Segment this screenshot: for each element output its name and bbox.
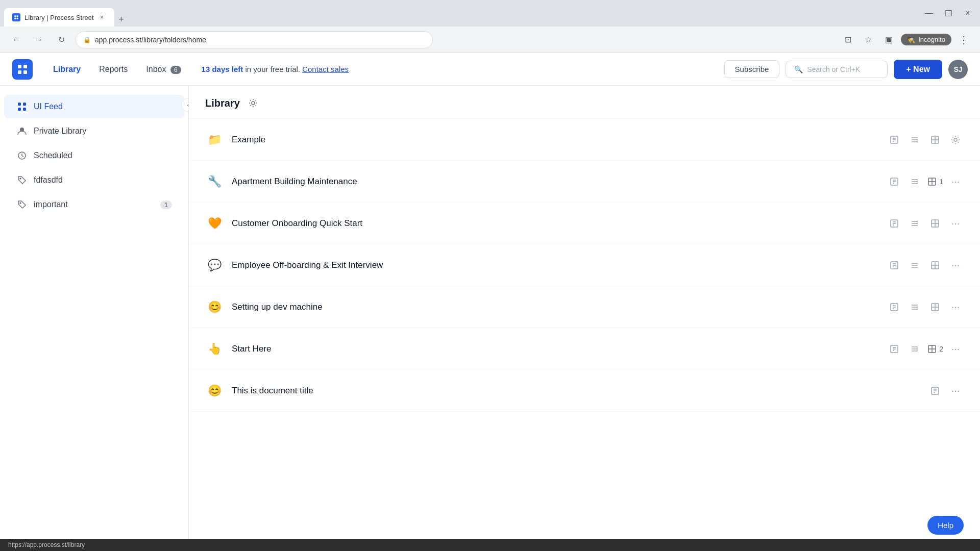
sidebar-item-count: 1 bbox=[160, 201, 172, 209]
search-bar[interactable]: 🔍 Search or Ctrl+K bbox=[786, 61, 888, 78]
list-item[interactable]: 📁 Example bbox=[189, 119, 980, 161]
table-view-icon[interactable] bbox=[927, 132, 943, 148]
content-title: Library bbox=[205, 97, 240, 109]
item-icon-smile: 😊 bbox=[205, 298, 224, 316]
sidebar-item-ui-feed[interactable]: UI Feed bbox=[4, 95, 184, 118]
forward-button[interactable]: → bbox=[31, 32, 47, 48]
item-name: Example bbox=[232, 135, 886, 145]
item-actions: ··· bbox=[927, 383, 964, 399]
checklist-icon[interactable] bbox=[886, 132, 902, 148]
more-options-button[interactable]: ··· bbox=[947, 173, 964, 190]
window-minimize-button[interactable]: — bbox=[921, 5, 937, 21]
list-view-icon[interactable] bbox=[906, 132, 923, 148]
browser-menu-button[interactable]: ⋮ bbox=[955, 32, 972, 48]
content-area: Library 📁 Example bbox=[189, 86, 980, 551]
list-view-icon[interactable] bbox=[906, 257, 923, 273]
help-button[interactable]: Help bbox=[927, 516, 964, 535]
refresh-button[interactable]: ↻ bbox=[53, 32, 69, 48]
item-icon-smile2: 😊 bbox=[205, 382, 224, 400]
list-item[interactable]: 💬 Employee Off-boarding & Exit Interview… bbox=[189, 244, 980, 286]
checklist-icon[interactable] bbox=[886, 173, 902, 190]
checklist-icon[interactable] bbox=[927, 383, 943, 399]
list-view-icon[interactable] bbox=[906, 173, 923, 190]
tag-icon bbox=[16, 199, 28, 210]
item-actions bbox=[886, 132, 964, 148]
address-bar[interactable]: 🔒 app.process.st/library/folders/home bbox=[76, 31, 433, 48]
tag-icon bbox=[16, 174, 28, 186]
more-options-button[interactable]: ··· bbox=[947, 383, 964, 399]
settings-icon[interactable] bbox=[947, 132, 964, 148]
svg-point-16 bbox=[252, 102, 255, 105]
active-tab[interactable]: Library | Process Street × bbox=[4, 8, 114, 27]
checklist-icon[interactable] bbox=[886, 257, 902, 273]
more-options-button[interactable]: ··· bbox=[947, 215, 964, 232]
list-item[interactable]: 😊 Setting up dev machine ··· bbox=[189, 286, 980, 328]
contact-sales-link[interactable]: Contact sales bbox=[302, 65, 349, 73]
svg-rect-2 bbox=[14, 18, 16, 19]
more-options-button[interactable]: ··· bbox=[947, 257, 964, 273]
checklist-icon[interactable] bbox=[886, 299, 902, 315]
item-actions: ··· bbox=[886, 215, 964, 232]
sidebar-item-scheduled[interactable]: Scheduled bbox=[4, 144, 184, 167]
list-view-icon[interactable] bbox=[906, 341, 923, 357]
window-maximize-button[interactable]: ❐ bbox=[940, 5, 957, 21]
incognito-button[interactable]: 🕵 Incognito bbox=[901, 34, 951, 45]
back-button[interactable]: ← bbox=[8, 32, 24, 48]
new-button[interactable]: + New bbox=[894, 60, 942, 79]
url-text: app.process.st/library/folders/home bbox=[95, 36, 206, 44]
item-actions: 2 ··· bbox=[886, 341, 964, 357]
app: Library Reports Inbox 6 13 days left in … bbox=[0, 53, 980, 551]
new-tab-button[interactable]: + bbox=[114, 12, 129, 27]
item-name: Customer Onboarding Quick Start bbox=[232, 218, 886, 229]
list-item[interactable]: 😊 This is document title ··· bbox=[189, 370, 980, 412]
checklist-icon[interactable] bbox=[886, 341, 902, 357]
svg-rect-5 bbox=[23, 65, 27, 68]
item-name: Setting up dev machine bbox=[232, 302, 886, 312]
sidebar-item-fdfasdfd[interactable]: fdfasdfd bbox=[4, 168, 184, 192]
subscribe-button[interactable]: Subscribe bbox=[724, 60, 780, 78]
toolbar-right: ⊡ ☆ ▣ 🕵 Incognito ⋮ bbox=[840, 32, 972, 48]
sidebar-item-label: Scheduled bbox=[34, 151, 72, 160]
window-close-button[interactable]: × bbox=[960, 5, 976, 21]
cast-icon[interactable]: ⊡ bbox=[840, 32, 856, 48]
lock-icon: 🔒 bbox=[83, 36, 91, 43]
more-options-button[interactable]: ··· bbox=[947, 299, 964, 315]
item-actions: ··· bbox=[886, 299, 964, 315]
item-icon-wrench: 🔧 bbox=[205, 172, 224, 191]
sidebar-extension-icon[interactable]: ▣ bbox=[880, 32, 897, 48]
sidebar-item-private-library[interactable]: Private Library bbox=[4, 119, 184, 143]
logo[interactable] bbox=[12, 59, 33, 80]
bookmark-icon[interactable]: ☆ bbox=[860, 32, 876, 48]
sidebar-item-label: fdfasdfd bbox=[34, 176, 63, 185]
list-item[interactable]: 👆 Start Here 2 ··· bbox=[189, 328, 980, 370]
trial-days-rest: in your free trial. bbox=[245, 65, 300, 73]
sidebar-item-label: Private Library bbox=[34, 127, 86, 136]
svg-rect-1 bbox=[17, 15, 18, 17]
item-name: Employee Off-boarding & Exit Interview bbox=[232, 260, 886, 270]
table-view-icon[interactable] bbox=[927, 215, 943, 232]
incognito-icon: 🕵 bbox=[907, 36, 915, 43]
list-view-icon[interactable] bbox=[906, 215, 923, 232]
nav-inbox[interactable]: Inbox 6 bbox=[138, 61, 189, 78]
close-tab-button[interactable]: × bbox=[98, 13, 106, 21]
table-view-with-count[interactable]: 2 bbox=[927, 344, 943, 354]
item-icon-chat: 💬 bbox=[205, 256, 224, 274]
more-options-button[interactable]: ··· bbox=[947, 341, 964, 357]
nav-reports[interactable]: Reports bbox=[91, 61, 136, 78]
library-settings-icon[interactable] bbox=[246, 96, 260, 110]
list-view-icon[interactable] bbox=[906, 299, 923, 315]
avatar[interactable]: SJ bbox=[948, 60, 968, 79]
nav-links: Library Reports Inbox 6 bbox=[45, 61, 189, 78]
list-item[interactable]: 🔧 Apartment Building Maintenance 1 bbox=[189, 161, 980, 203]
table-view-icon[interactable] bbox=[927, 299, 943, 315]
list-item[interactable]: 🧡 Customer Onboarding Quick Start ··· bbox=[189, 203, 980, 244]
table-view-icon[interactable] bbox=[927, 257, 943, 273]
item-icon-heart: 🧡 bbox=[205, 214, 224, 233]
person-icon bbox=[16, 126, 28, 137]
table-view-with-count[interactable]: 1 bbox=[927, 177, 943, 187]
sidebar-item-important[interactable]: important 1 bbox=[4, 193, 184, 216]
checklist-icon[interactable] bbox=[886, 215, 902, 232]
svg-rect-3 bbox=[17, 18, 18, 19]
tab-title: Library | Process Street bbox=[24, 14, 94, 21]
nav-library[interactable]: Library bbox=[45, 61, 89, 78]
